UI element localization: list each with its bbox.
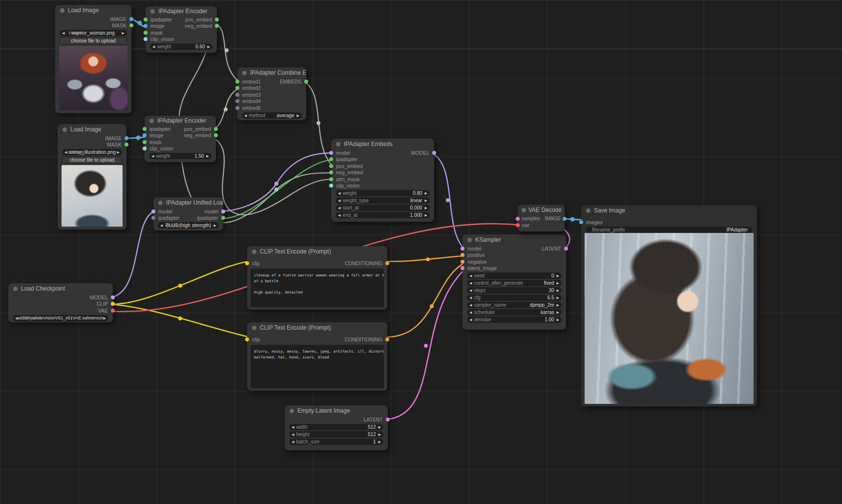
collapse-dot-icon[interactable] — [242, 71, 247, 75]
input-slot-pos-embed[interactable] — [329, 164, 333, 168]
node-empty-latent-image[interactable]: Empty Latent Image LATENT ◀width512▶ ◀he… — [285, 405, 388, 450]
input-slot-embed5[interactable] — [235, 106, 239, 110]
upload-button[interactable]: choose file to upload — [60, 37, 127, 44]
input-slot-mask[interactable] — [144, 31, 147, 35]
output-slot-conditioning[interactable] — [385, 337, 389, 341]
stepper-right-icon[interactable]: ▶ — [557, 280, 559, 286]
cfg-widget[interactable]: ◀cfg6.5▶ — [467, 294, 562, 301]
ckpt-name-combo[interactable]: ◀ ckpt_name sd15/realisticVisionV51_v51V… — [13, 315, 108, 321]
collapse-dot-icon[interactable] — [63, 127, 67, 132]
output-slot-image[interactable] — [125, 136, 128, 140]
collapse-dot-icon[interactable] — [467, 238, 472, 242]
width-widget[interactable]: ◀width512▶ — [289, 424, 383, 430]
output-slot-pos-embed[interactable] — [214, 127, 218, 131]
wire-dot[interactable] — [446, 198, 450, 202]
stepper-right-icon[interactable]: ▶ — [557, 316, 559, 323]
output-slot-latent[interactable] — [386, 418, 390, 421]
collapse-dot-icon[interactable] — [150, 9, 155, 14]
wire-dot[interactable] — [274, 182, 278, 186]
stepper-right-icon[interactable]: ▶ — [297, 112, 299, 119]
wire-dot[interactable] — [426, 257, 430, 261]
wire-dot[interactable] — [178, 284, 182, 288]
collapse-dot-icon[interactable] — [586, 209, 590, 213]
stepper-left-icon[interactable]: ◀ — [469, 316, 472, 323]
stepper-right-icon[interactable]: ▶ — [425, 190, 427, 196]
input-slot-clip[interactable] — [245, 261, 249, 265]
input-slot-negative[interactable] — [461, 260, 464, 264]
control-after-generate-widget[interactable]: ◀control_after_generatefixed▶ — [467, 280, 562, 286]
input-slot-clip-vision[interactable] — [329, 184, 333, 188]
stepper-right-icon[interactable]: ▶ — [208, 43, 210, 50]
output-slot-model[interactable] — [111, 295, 115, 299]
input-slot-model[interactable] — [461, 247, 464, 251]
output-slot-vae[interactable] — [111, 309, 115, 313]
node-vae-decode[interactable]: VAE Decode samplesIMAGE vae — [518, 205, 565, 231]
input-slot-clip-vision[interactable] — [144, 37, 147, 41]
collapse-dot-icon[interactable] — [252, 250, 256, 254]
denoise-widget[interactable]: ◀denoise1.00▶ — [467, 316, 562, 323]
collapse-dot-icon[interactable] — [60, 8, 64, 13]
stepper-left-icon[interactable]: ◀ — [338, 212, 340, 218]
height-widget[interactable]: ◀height512▶ — [289, 431, 383, 438]
output-slot-neg-embed[interactable] — [215, 24, 219, 28]
input-slot-embed3[interactable] — [235, 93, 239, 97]
start-at-widget[interactable]: ◀start_at0.000▶ — [336, 205, 430, 211]
combo-right-arrow-icon[interactable]: ▶ — [117, 149, 120, 155]
node-ipadapter-encoder-1[interactable]: IPAdapter Encoder ipadapterpos_embed ima… — [146, 6, 217, 53]
collapse-dot-icon[interactable] — [290, 409, 294, 413]
wire-dot[interactable] — [570, 217, 575, 222]
stepper-left-icon[interactable]: ◀ — [292, 439, 294, 445]
input-slot-ipadapter[interactable] — [143, 127, 147, 131]
input-slot-images[interactable] — [579, 220, 583, 224]
node-ksampler[interactable]: KSampler modelLATENT positive negative l… — [463, 234, 566, 330]
steps-widget[interactable]: ◀steps30▶ — [467, 287, 562, 294]
collapse-dot-icon[interactable] — [336, 142, 340, 147]
input-slot-vae[interactable] — [516, 223, 520, 227]
stepper-left-icon[interactable]: ◀ — [469, 280, 472, 286]
output-slot-latent[interactable] — [564, 247, 568, 251]
seed-widget[interactable]: ◀seed0▶ — [467, 273, 562, 279]
upload-button[interactable]: choose file to upload — [62, 156, 122, 164]
stepper-right-icon[interactable]: ▶ — [379, 439, 381, 445]
stepper-left-icon[interactable]: ◀ — [292, 424, 294, 430]
weight-type-widget[interactable]: ◀weight_typelinear▶ — [336, 197, 430, 204]
stepper-left-icon[interactable]: ◀ — [338, 197, 340, 204]
input-slot-attn-mask[interactable] — [329, 177, 333, 181]
node-load-image-2[interactable]: Load Image IMAGE MASK ◀ image anime_illu… — [58, 124, 126, 230]
output-slot-model[interactable] — [221, 210, 225, 213]
input-slot-clip[interactable] — [245, 337, 249, 341]
input-slot-ipadapter[interactable] — [329, 157, 333, 161]
scheduler-widget[interactable]: ◀schedulerkarras▶ — [467, 309, 562, 315]
output-slot-model[interactable] — [432, 151, 436, 155]
stepper-right-icon[interactable]: ▶ — [207, 153, 209, 159]
output-slot-embeds[interactable] — [304, 80, 308, 84]
input-slot-clip-vision[interactable] — [143, 147, 147, 150]
wire-dot[interactable] — [316, 121, 320, 125]
stepper-right-icon[interactable]: ▶ — [557, 309, 559, 315]
combo-right-arrow-icon[interactable]: ▶ — [214, 222, 216, 229]
stepper-right-icon[interactable]: ▶ — [557, 302, 559, 308]
node-load-image-1[interactable]: Load Image IMAGE MASK ◀ image warrior_wo… — [55, 5, 131, 113]
batch-size-widget[interactable]: ◀batch_size1▶ — [289, 439, 383, 445]
stepper-left-icon[interactable]: ◀ — [151, 153, 154, 159]
output-slot-conditioning[interactable] — [385, 261, 389, 265]
stepper-right-icon[interactable]: ▶ — [379, 424, 381, 430]
node-graph-canvas[interactable]: Load Image IMAGE MASK ◀ image warrior_wo… — [0, 0, 842, 504]
negative-prompt-textarea[interactable]: blurry, noisy, messy, lowres, jpeg, arti… — [251, 345, 384, 388]
node-clip-text-encode-negative[interactable]: CLIP Text Encode (Prompt) clipCONDITIONI… — [247, 322, 387, 391]
stepper-right-icon[interactable]: ▶ — [557, 294, 559, 301]
wire-dot[interactable] — [424, 344, 428, 348]
output-slot-pos-embed[interactable] — [215, 18, 219, 21]
end-at-widget[interactable]: ◀end_at1.000▶ — [336, 212, 430, 218]
input-slot-positive[interactable] — [461, 253, 464, 257]
combo-right-arrow-icon[interactable]: ▶ — [104, 315, 106, 321]
output-slot-neg-embed[interactable] — [214, 133, 218, 137]
stepper-left-icon[interactable]: ◀ — [338, 205, 340, 211]
stepper-left-icon[interactable]: ◀ — [469, 273, 472, 279]
input-slot-latent-image[interactable] — [461, 266, 464, 270]
input-slot-samples[interactable] — [516, 217, 520, 221]
input-slot-ipadapter[interactable] — [144, 18, 147, 21]
image-combo[interactable]: ◀ image anime_illustration.png ▶ — [62, 149, 122, 155]
wire-dot[interactable] — [225, 48, 229, 52]
input-slot-embed2[interactable] — [235, 86, 239, 90]
